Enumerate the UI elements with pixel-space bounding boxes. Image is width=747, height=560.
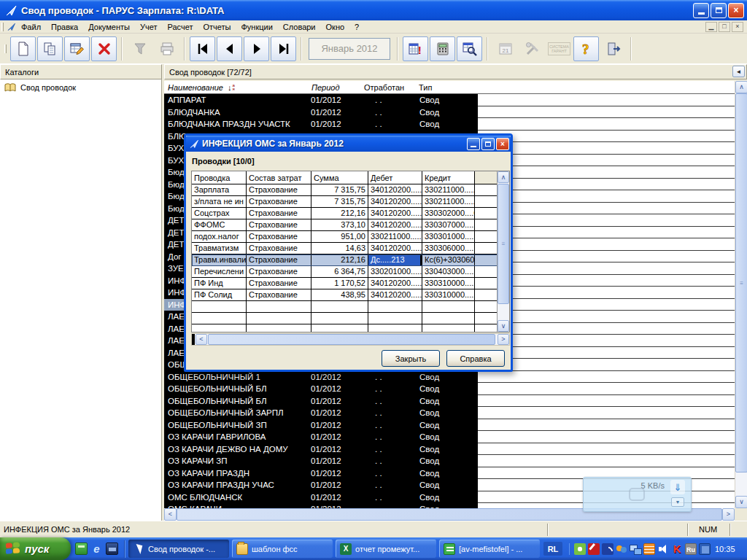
new-button[interactable] (10, 36, 36, 61)
column-header[interactable]: Отработан (360, 81, 415, 93)
scroll-right-icon[interactable]: > (498, 334, 509, 345)
next-record-button[interactable] (244, 36, 269, 61)
phone-icon[interactable] (602, 543, 614, 555)
expand-arrow-icon[interactable]: ▼ (671, 497, 684, 507)
help-dialog-button[interactable]: Справка (446, 350, 505, 367)
entry-row[interactable]: з/плата не инСтрахование7 315,7534012020… (192, 196, 509, 208)
language-indicator[interactable]: RL (543, 542, 562, 556)
menu-item[interactable]: Учет (135, 21, 163, 33)
entry-row[interactable]: ПФ ИндСтрахование1 170,52340120200.....3… (192, 278, 509, 289)
table-row[interactable]: БЛЮДЧАНКА01/2012. .Свод (164, 106, 735, 119)
lang-ru-badge[interactable]: Ru (685, 543, 697, 555)
scroll-up-icon[interactable]: ∧ (498, 171, 509, 183)
entry-row[interactable]: Травм.инвалиСтрахование212,16Дс.....213К… (192, 254, 509, 266)
menu-item[interactable]: Окно (321, 21, 350, 33)
phone-qicon[interactable] (75, 542, 88, 555)
scroll-down-icon[interactable]: ∨ (735, 496, 747, 508)
scroll-down-icon[interactable]: ∨ (498, 320, 509, 332)
task-button[interactable]: [av-mefistofel] - ... (439, 540, 540, 558)
menu-item[interactable]: ? (349, 21, 364, 33)
ie-icon[interactable]: e (90, 542, 103, 555)
start-button[interactable]: пуск (0, 537, 71, 560)
kaspersky-icon[interactable]: K (671, 543, 683, 555)
main-vertical-scrollbar[interactable]: ∧ ≡ ∨ (735, 81, 747, 508)
tree-item-svod-provodok[interactable]: Свод проводок (0, 79, 161, 96)
help-button[interactable]: ? (573, 36, 599, 61)
table-row[interactable]: АППАРАТ01/2012. .Свод (164, 94, 735, 106)
dialog-maximize-button[interactable] (481, 138, 495, 150)
close-button[interactable]: × (728, 3, 744, 18)
calendar-button[interactable]: 21 (492, 36, 518, 61)
menu-item[interactable]: Словари (278, 21, 321, 33)
minimize-button[interactable] (693, 3, 709, 18)
calculator-button[interactable] (430, 36, 455, 61)
mdi-restore-button[interactable]: □ (719, 22, 730, 32)
column-header[interactable]: Период (308, 81, 360, 93)
column-header[interactable]: Наименование↓ая (164, 81, 308, 93)
dialog-close-button[interactable]: × (496, 138, 509, 150)
scroll-up-icon[interactable]: ∧ (735, 81, 747, 93)
download-arrow-icon[interactable]: ⇓ (670, 480, 685, 494)
column-header[interactable]: Тип (415, 81, 478, 93)
mail-icon[interactable] (643, 543, 655, 555)
task-button[interactable]: Свод проводок -... (128, 540, 229, 558)
period-field[interactable]: Январь 2012 (309, 38, 390, 60)
column-header[interactable]: Проводка (192, 171, 247, 184)
entry-row[interactable]: СоцстрахСтрахование212,16340120200.....3… (192, 208, 509, 219)
dialog-horizontal-scrollbar[interactable]: < > (191, 333, 510, 346)
table-row[interactable]: ОБЩЕБОЛЬНИЧНЫЙ БЛ01/2012. .Свод (164, 395, 735, 408)
column-header[interactable]: Состав затрат (247, 171, 311, 184)
filter-button[interactable] (127, 36, 152, 61)
icq-icon[interactable] (574, 543, 586, 555)
menubar-grip[interactable] (1, 23, 4, 31)
toolbar-grip[interactable] (4, 44, 7, 53)
exit-button[interactable] (600, 36, 626, 61)
menu-item[interactable]: Документы (83, 21, 135, 33)
table-row[interactable]: ОЗ КАРАЧИ ГАВРИЛОВА01/2012. .Свод (164, 431, 735, 443)
table-row[interactable]: ОЗ КАРАЧИ ДЕЖВО НА ДОМУ01/2012. .Свод (164, 443, 735, 456)
scroll-left-icon[interactable]: < (196, 334, 207, 345)
restore-button[interactable] (711, 3, 727, 18)
print-button[interactable] (154, 36, 179, 61)
entry-row[interactable]: ТравматизмСтрахование14,63340120200.....… (192, 243, 509, 254)
network-icon[interactable] (630, 543, 641, 555)
entry-row[interactable]: ПФ СолидСтрахование438,95340120200.....3… (192, 289, 509, 301)
edit-button[interactable] (64, 36, 90, 61)
table-row[interactable]: ОБЩЕБОЛЬНИЧНЫЙ ЗАРПЛ01/2012. .Свод (164, 407, 735, 419)
mdi-minimize-button[interactable]: ▁ (705, 22, 717, 32)
dialog-minimize-button[interactable] (467, 138, 480, 150)
calc-run-button[interactable]: ! (403, 36, 428, 61)
debet-edit-cell[interactable]: Дс.....213 (368, 254, 422, 265)
table-row[interactable]: ОБЩЕБОЛЬНИЧНЫЙ ЗП01/2012. .Свод (164, 419, 735, 432)
copy-button[interactable] (37, 36, 63, 61)
task-button[interactable]: Xотчет промежут... (336, 540, 436, 558)
menu-item[interactable]: Отчеты (198, 21, 236, 33)
menu-item[interactable]: Правка (46, 21, 83, 33)
download-speed-widget[interactable]: 5 KB/s ⇓ ▼ (583, 477, 692, 512)
scrollbar-thumb[interactable]: ≡ (735, 93, 747, 472)
column-header[interactable]: Дебет (368, 171, 422, 184)
adobe-icon[interactable] (588, 543, 600, 555)
entry-row[interactable]: ЗарплатаСтрахование7 315,75340120200....… (192, 184, 509, 196)
task-button[interactable]: шаблон фсс (232, 540, 333, 558)
close-dialog-button[interactable]: Закрыть (382, 350, 440, 367)
garant-button[interactable]: СИСТЕМАГАРАНТ (546, 36, 572, 61)
table-row[interactable]: БЛЮДЧАНКА ПРАЗДН УЧАСТК01/2012. .Свод (164, 118, 735, 131)
messenger-icon[interactable] (616, 543, 627, 555)
entry-row[interactable]: ФФОМССтрахование373,10340120200.....3303… (192, 219, 509, 231)
first-record-button[interactable] (190, 36, 215, 61)
prev-record-button[interactable] (217, 36, 242, 61)
app-icon[interactable] (699, 543, 711, 555)
table-row[interactable]: ОБЩЕБОЛЬНИЧНЫЙ 101/2012. .Свод (164, 371, 735, 384)
entry-row[interactable]: подох.налогСтрахование951,00330211000...… (192, 231, 509, 243)
table-row[interactable]: ОЗ КАРАЧИ ЗП01/2012. .Свод (164, 455, 735, 467)
mdi-close-button[interactable]: × (732, 22, 743, 32)
collapse-panel-button[interactable]: ◄ (732, 66, 745, 77)
dialog-vertical-scrollbar[interactable]: ∧ ≡ ∨ (497, 171, 509, 332)
delete-button[interactable] (91, 36, 117, 61)
table-search-button[interactable] (457, 36, 482, 61)
taskbar-clock[interactable]: 10:35 (715, 545, 735, 553)
menu-item[interactable]: Расчет (162, 21, 198, 33)
column-header[interactable]: Сумма (311, 171, 368, 184)
menu-item[interactable]: Файл (16, 21, 46, 33)
